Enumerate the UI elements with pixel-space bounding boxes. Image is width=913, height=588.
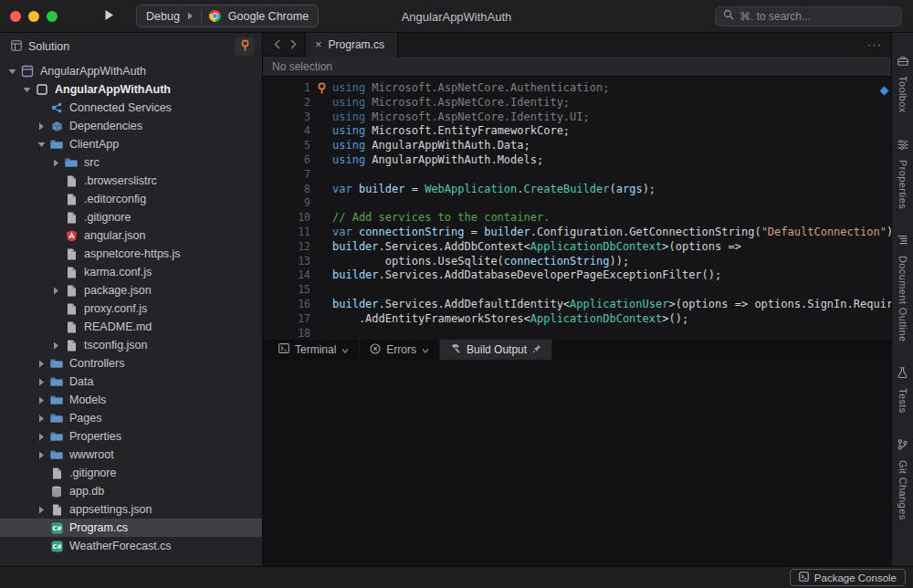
tree-item-dependencies[interactable]: Dependencies [0,117,262,135]
chevron-right-icon[interactable] [35,378,48,386]
chevron-down-icon[interactable] [5,68,19,75]
file-icon [63,267,79,278]
tree-item-karma-conf-js[interactable]: karma.conf.js [0,263,262,281]
chevron-right-icon[interactable] [35,433,48,441]
tree-item-readme-md[interactable]: README.md [0,318,262,336]
close-window-button[interactable] [10,11,21,22]
tab-program-cs[interactable]: × Program.cs [305,33,398,57]
bottom-tab-errors[interactable]: Errors [360,340,440,360]
tool-window-label: Git Changes [897,460,908,520]
chevron-down-icon[interactable] [20,87,34,93]
run-configuration-group: Debug Google Chrome [136,5,319,27]
tree-item-pages[interactable]: Pages [0,409,262,427]
gutter-spacer [310,268,332,283]
bottom-tab-terminal[interactable]: Terminal [268,340,360,360]
gutter-spacer [310,139,332,153]
gutter-spacer [310,196,332,211]
tool-window-tests[interactable]: Tests [897,365,908,414]
tool-window-toolbox[interactable]: Toolbox [897,53,908,113]
tree-item-models[interactable]: Models [0,391,262,409]
dependencies-icon [48,121,65,132]
gutter-spacer [310,110,332,125]
chevron-right-icon[interactable] [35,360,48,368]
code-line: 7 [263,168,891,183]
chevron-right-icon[interactable] [35,396,48,404]
tree-item-package-json[interactable]: package.json [0,281,262,299]
tree-item-label: Data [69,375,93,388]
chevron-right-icon[interactable] [35,415,48,423]
tree-item-label: Pages [69,412,101,425]
bottom-tab-label: Errors [386,343,416,356]
chevron-right-icon[interactable] [35,451,48,459]
chevron-right-icon[interactable] [49,341,63,350]
tool-window-label: Properties [897,160,908,209]
tree-item-properties[interactable]: Properties [0,427,262,446]
code-editor[interactable]: 1using Microsoft.AspNetCore.Authenticati… [263,77,891,340]
tree-item-aspnetcore-https-js[interactable]: aspnetcore-https.js [0,245,262,263]
tree-item-tsconfig-json[interactable]: tsconfig.json [0,336,262,354]
tree-item-data[interactable]: Data [0,373,262,391]
tree-item-clientapp[interactable]: ClientApp [0,135,262,153]
tree-item-controllers[interactable]: Controllers [0,354,262,373]
browser-target-label[interactable]: Google Chrome [228,10,309,23]
properties-icon [897,137,908,153]
project-icon [34,84,50,95]
code-text: .AddEntityFrameworkStores<ApplicationDbC… [332,312,688,327]
bottom-tab-build-output[interactable]: Build Output [440,340,552,360]
csharp-icon: C# [48,522,65,534]
tree-item-program-cs[interactable]: C#Program.cs [0,519,262,537]
chevron-right-icon[interactable] [35,122,48,131]
tree-item-browserslistrc[interactable]: .browserslistrc [0,172,262,190]
tree-item-app-db[interactable]: app.db [0,482,262,500]
angular-icon [63,230,79,242]
tab-overflow-button[interactable]: ··· [867,37,882,51]
file-icon [63,212,79,224]
chevron-right-icon[interactable] [49,159,63,167]
track-active-item-button[interactable] [235,37,255,56]
build-icon [450,343,461,357]
tree-item-angularappwithauth[interactable]: AngularAppWithAuth [0,62,262,80]
file-icon [63,194,79,205]
statusbar: Package Console [0,566,913,588]
line-number: 4 [263,124,310,139]
pin-icon[interactable] [532,343,541,356]
tool-window-git-changes[interactable]: Git Changes [897,437,908,520]
tree-item-gitignore[interactable]: .gitignore [0,464,262,482]
minimize-window-button[interactable] [28,11,39,22]
tool-window-properties[interactable]: Properties [897,137,908,209]
tree-item-editorconfig[interactable]: .editorconfig [0,190,262,208]
tool-window-document-outline[interactable]: Document Outline [897,233,908,341]
navigate-back-button[interactable] [270,36,283,54]
line-number: 10 [263,211,310,226]
chevron-right-icon[interactable] [35,506,48,514]
chevron-right-icon[interactable] [49,287,63,295]
tree-item-weatherforecast-cs[interactable]: C#WeatherForecast.cs [0,537,262,555]
close-icon[interactable]: × [315,38,322,50]
tree-item-appsettings-json[interactable]: appsettings.json [0,500,262,519]
chevron-down-icon[interactable] [341,343,349,356]
tree-item-label: angular.json [84,229,145,242]
tree-item-proxy-conf-js[interactable]: proxy.conf.js [0,299,262,318]
tree-item-label: AngularAppWithAuth [40,65,146,78]
run-config-label[interactable]: Debug [146,10,180,23]
chevron-down-icon[interactable] [422,343,429,356]
tree-item-angular-json[interactable]: angular.json [0,226,262,245]
zoom-window-button[interactable] [47,11,58,22]
errors-icon [370,343,381,357]
gutter-spacer [310,255,332,269]
tree-item-label: Properties [69,430,121,443]
file-icon [63,248,79,260]
navigate-forward-button[interactable] [287,36,299,54]
run-button[interactable] [96,5,121,27]
build-output-content[interactable] [263,360,891,566]
package-console-button[interactable]: Package Console [790,569,906,586]
chevron-down-icon[interactable] [35,142,48,148]
search-input[interactable]: ⌘. to search... [715,6,902,26]
tree-item-connected-services[interactable]: Connected Services [0,99,262,117]
tree-item-src[interactable]: src [0,153,262,172]
tree-item-wwwroot[interactable]: wwwroot [0,446,262,464]
tree-item-angularappwithauth[interactable]: AngularAppWithAuth [0,80,262,99]
breadcrumb[interactable]: No selection [263,57,891,77]
tree-item-gitignore[interactable]: .gitignore [0,208,262,226]
line-number: 12 [263,240,310,255]
